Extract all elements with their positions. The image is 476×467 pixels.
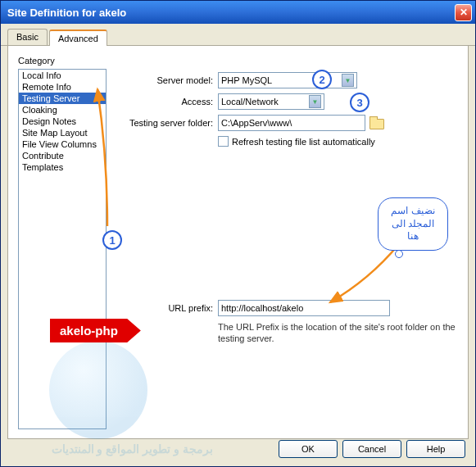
category-column: Category Local InfoRemote InfoTesting Se… [18, 56, 107, 429]
refresh-label: Refresh testing file list automatically [232, 137, 375, 147]
tab-advanced-label: Advanced [58, 34, 98, 43]
cancel-button[interactable]: Cancel [342, 440, 401, 458]
titlebar: Site Definition for akelo ✕ [1, 1, 475, 24]
category-item[interactable]: Contribute [19, 150, 106, 161]
category-heading: Category [18, 56, 107, 66]
annotation-3: 3 [350, 93, 369, 112]
refresh-checkbox[interactable] [218, 136, 229, 147]
url-prefix-help: The URL Prefix is the location of the si… [218, 321, 458, 345]
dialog-window: Site Definition for akelo ✕ Basic Advanc… [0, 0, 476, 467]
category-item[interactable]: Remote Info [19, 81, 106, 93]
server-model-value: PHP MySQL [221, 75, 272, 85]
annotation-1: 1 [102, 230, 122, 250]
access-label: Access: [119, 97, 213, 107]
window-title: Site Definition for akelo [7, 7, 455, 19]
category-item[interactable]: Cloaking [19, 104, 106, 116]
testing-folder-input[interactable] [218, 115, 365, 131]
category-item[interactable]: Design Notes [19, 116, 106, 127]
folder-label: Testing server folder: [119, 118, 213, 128]
chevron-down-icon: ▼ [342, 74, 354, 87]
access-value: Local/Network [221, 97, 279, 107]
help-button[interactable]: Help [406, 440, 465, 458]
category-item[interactable]: File View Columns [19, 138, 106, 150]
category-item[interactable]: Site Map Layout [19, 127, 106, 138]
ok-button[interactable]: OK [279, 440, 338, 458]
watermark-text: برمجة و تطوير المواقع و المنتديات [52, 442, 213, 456]
tab-basic[interactable]: Basic [7, 29, 48, 45]
tab-basic-label: Basic [16, 32, 39, 42]
server-model-label: Server model: [119, 75, 213, 85]
url-prefix-area: URL prefix: The URL Prefix is the locati… [119, 300, 458, 345]
browse-folder-icon[interactable] [369, 116, 385, 130]
category-list[interactable]: Local InfoRemote InfoTesting ServerCloak… [18, 69, 107, 429]
category-item[interactable]: Testing Server [19, 93, 106, 104]
access-select[interactable]: Local/Network ▼ [218, 93, 324, 110]
category-item[interactable]: Templates [19, 161, 106, 173]
button-bar: OK Cancel Help [279, 440, 465, 458]
close-icon: ✕ [460, 7, 468, 18]
annotation-banner: akelo-php [50, 319, 141, 342]
annotation-cloud: نضيف اسم المجلد الى هنا [378, 197, 448, 251]
annotation-banner-text: akelo-php [50, 319, 141, 342]
close-button[interactable]: ✕ [455, 4, 472, 21]
category-item[interactable]: Local Info [19, 70, 106, 81]
form-area: Server model: PHP MySQL ▼ Access: Local/… [119, 72, 458, 147]
annotation-2: 2 [312, 70, 332, 89]
server-model-select[interactable]: PHP MySQL ▼ [218, 72, 357, 88]
tab-strip: Basic Advanced [1, 24, 475, 46]
url-prefix-input[interactable] [218, 300, 390, 316]
tab-advanced[interactable]: Advanced [49, 29, 107, 46]
chevron-down-icon: ▼ [309, 95, 321, 108]
url-prefix-label: URL prefix: [119, 303, 213, 313]
